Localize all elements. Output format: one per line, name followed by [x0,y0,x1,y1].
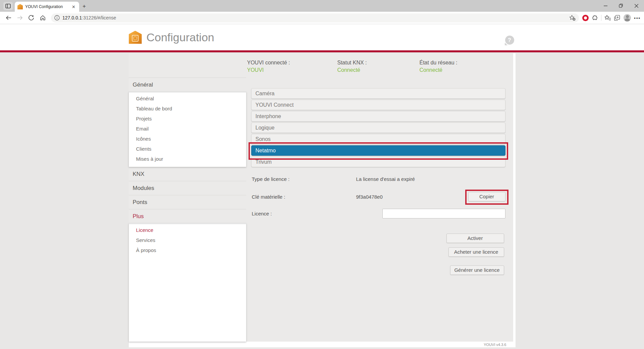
module-row-sonos[interactable]: Sonos [251,134,505,144]
browser-tabstrip: YOUVI Configuration ✕ + [0,0,644,12]
status-label: YOUVI connecté : [247,60,290,66]
help-button[interactable]: ? [505,36,514,45]
license-actions: Activer Acheter une licence Générer une … [251,234,505,275]
sidebar-item-mises-a-jour[interactable]: Mises à jour [129,154,246,164]
sidebar-item-tableau-de-bord[interactable]: Tableau de bord [129,104,246,114]
content-panel: YOUVI connecté : YOUVI Statut KNX : Conn… [129,53,516,347]
restore-button[interactable] [613,0,629,11]
license-input[interactable] [382,209,505,218]
forward-arrow-icon [17,15,23,20]
browser-menu-button[interactable]: ••• [634,15,641,20]
back-arrow-icon [6,15,11,20]
status-label: Statut KNX : [337,60,367,66]
back-button[interactable] [3,13,13,22]
license-type-value: La license d'essai a expiré [356,176,415,182]
sidebar-item-services[interactable]: Services [129,235,246,245]
adblock-extension-icon[interactable] [582,15,589,21]
refresh-button[interactable] [26,13,36,22]
url-text: 127.0.0.1:31226/#/license [62,15,116,20]
sidebar-item-clients[interactable]: Clients [129,144,246,154]
toolbar-separator [601,15,601,21]
screen: YOUVI Configuration ✕ + [0,0,644,349]
tab-close-icon[interactable]: ✕ [71,4,76,9]
module-row-youvi-connect[interactable]: YOUVI Connect [251,100,505,110]
status-network: État du réseau : Connecté [420,60,458,73]
main-content: Caméra YOUVI Connect Interphone Logique … [251,78,514,342]
status-value: Connecté [337,67,367,73]
address-bar[interactable]: 127.0.0.1:31226/#/license [51,13,579,22]
status-value: Connecté [420,67,458,73]
sidebar-section-ponts[interactable]: Ponts [129,195,246,209]
forward-button[interactable] [15,13,25,22]
tab-actions-menu-button[interactable] [3,2,13,10]
home-button[interactable] [38,13,48,22]
status-value: YOUVI [247,67,290,73]
license-type-label: Type de licence : [251,176,356,182]
status-knx: Statut KNX : Connecté [337,60,367,73]
module-row-netatmo-selected[interactable]: Netatmo [251,145,505,156]
status-label: État du réseau : [420,60,458,66]
favorites-icon[interactable] [604,15,611,21]
sidebar-item-licence-active[interactable]: Licence [129,225,246,235]
tab-title: YOUVI Configuration [25,4,68,9]
home-icon [40,15,46,20]
buy-license-button[interactable]: Acheter une licence [448,247,504,257]
sidebar-item-general[interactable]: Général [129,94,246,104]
module-row-label: Netatmo [256,148,276,153]
sidebar-section-knx[interactable]: KNX [129,167,246,181]
module-list: Caméra YOUVI Connect Interphone Logique … [251,88,505,167]
sidebar-general-items: Général Tableau de bord Projets Email Ic… [129,92,246,167]
version-text: YOUVI v4.3.6 [129,342,513,347]
page-background: YOUVI connecté : YOUVI Statut KNX : Conn… [0,52,644,349]
sidebar-item-icones[interactable]: Icônes [129,134,246,144]
module-row-logique[interactable]: Logique [251,122,505,133]
site-info-icon[interactable] [54,15,60,20]
module-row-trivum[interactable]: Trivum [251,157,505,167]
page-title: Configuration [147,31,214,44]
collections-icon[interactable] [614,15,621,21]
window-controls [598,0,644,12]
sidebar-nav: Général Général Tableau de bord Projets … [129,78,246,342]
generate-license-button[interactable]: Générer une licence [450,265,504,275]
close-window-button[interactable] [629,0,644,11]
license-fields: Type de licence : La license d'essai a e… [251,176,505,218]
add-favorite-star-icon[interactable] [569,15,576,21]
sidebar-item-a-propos[interactable]: À propos [129,245,246,255]
module-row-camera[interactable]: Caméra [251,88,505,99]
hardware-key-value: 9f3a0478e0 [356,194,383,200]
app-header: Configuration ? [0,24,644,50]
copy-button[interactable]: Copier [468,192,505,201]
toolbar-extension-icons: ••• [582,14,641,21]
sidebar-item-email[interactable]: Email [129,124,246,134]
sidebar-section-general[interactable]: Général [129,78,246,92]
youvi-logo-icon [129,31,142,44]
sidebar-section-modules[interactable]: Modules [129,181,246,195]
activate-button[interactable]: Activer [446,234,504,243]
minimize-button[interactable] [598,0,613,11]
status-youvi: YOUVI connecté : YOUVI [247,60,290,73]
browser-tab-active[interactable]: YOUVI Configuration ✕ [15,2,79,12]
youvi-favicon-icon [17,4,23,9]
status-bar: YOUVI connecté : YOUVI Statut KNX : Conn… [129,53,513,78]
new-tab-button[interactable]: + [83,3,86,9]
browser-toolbar: 127.0.0.1:31226/#/license [0,12,644,24]
extensions-puzzle-icon[interactable] [592,15,598,21]
sidebar-plus-items: Licence Services À propos [129,223,246,342]
refresh-icon [29,15,34,20]
sidebar-section-plus[interactable]: Plus [129,209,246,223]
license-input-label: Licence : [251,211,356,216]
module-row-interphone[interactable]: Interphone [251,111,505,121]
hardware-key-label: Clé matérielle : [251,194,356,200]
tab-layout-icon [5,4,11,8]
sidebar-item-projets[interactable]: Projets [129,114,246,124]
profile-avatar[interactable] [624,14,631,21]
